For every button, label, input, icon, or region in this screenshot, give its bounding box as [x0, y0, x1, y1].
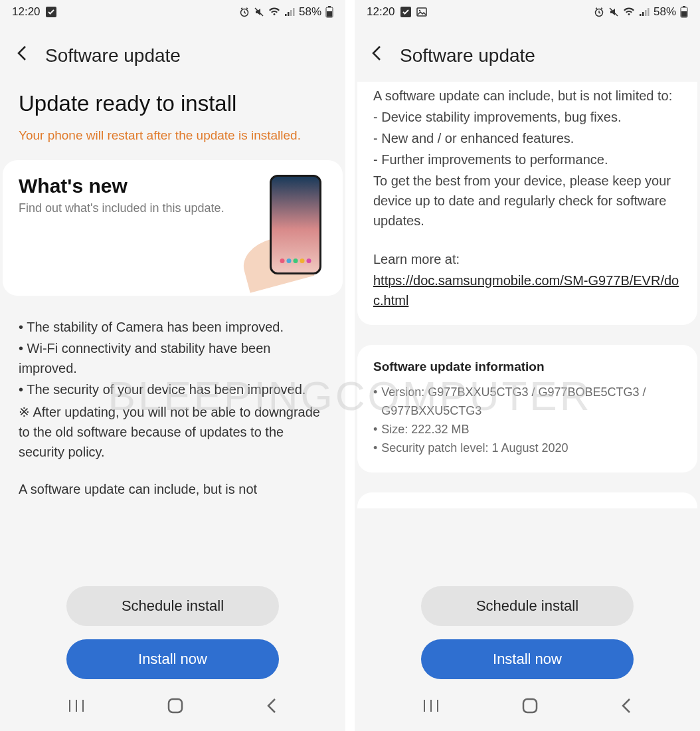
- svg-rect-3: [288, 12, 290, 16]
- svg-rect-27: [523, 699, 537, 712]
- button-area: Schedule install Install now: [0, 577, 345, 684]
- phone-illustration: [247, 175, 327, 281]
- svg-rect-22: [683, 6, 685, 7]
- page-title: Software update: [400, 45, 535, 66]
- whats-new-title: What's new: [19, 175, 239, 197]
- changelog-bullets: • The stability of Camera has been impro…: [0, 304, 345, 499]
- content-area: A software update can include, but is no…: [355, 79, 700, 577]
- signal-icon: [284, 7, 295, 17]
- install-now-button[interactable]: Install now: [66, 639, 279, 679]
- back-button[interactable]: [16, 44, 29, 67]
- svg-rect-18: [642, 12, 644, 16]
- nav-bar: [0, 684, 345, 731]
- nav-back-button[interactable]: [620, 697, 632, 718]
- bullet-wifi: • Wi-Fi connectivity and stability have …: [19, 338, 327, 378]
- svg-rect-12: [169, 699, 182, 712]
- page-title: Software update: [45, 45, 181, 66]
- mute-icon: [608, 7, 619, 17]
- svg-rect-8: [327, 11, 332, 17]
- svg-rect-17: [640, 14, 642, 16]
- continuing-text: A software update can include, but is no…: [19, 479, 327, 499]
- intro-text: A software update can include, but is no…: [373, 86, 681, 106]
- svg-rect-5: [293, 8, 295, 16]
- nav-back-button[interactable]: [266, 697, 278, 718]
- home-button[interactable]: [521, 697, 539, 718]
- recents-button[interactable]: [68, 698, 85, 717]
- item-stability: - Device stability improvements, bug fix…: [373, 107, 681, 127]
- restart-warning: Your phone will restart after the update…: [0, 122, 345, 160]
- learn-more-label: Learn more at:: [373, 249, 681, 269]
- whats-new-card[interactable]: What's new Find out what's included in t…: [3, 160, 343, 296]
- status-bar: 12:20 58%: [355, 0, 700, 24]
- status-bar: 12:20 58%: [0, 0, 345, 24]
- svg-rect-19: [645, 10, 647, 16]
- patch-value: 1 August 2020: [491, 441, 568, 455]
- info-title: Software update information: [373, 360, 681, 374]
- alarm-icon: [594, 7, 604, 17]
- item-features: - New and / or enhanced features.: [373, 128, 681, 148]
- bullet-camera: • The stability of Camera has been impro…: [19, 317, 327, 337]
- install-now-button[interactable]: Install now: [421, 639, 634, 679]
- info-list: •Version: G977BXXU5CTG3 / G977BOBE5CTG3 …: [373, 383, 681, 458]
- svg-rect-2: [285, 14, 287, 16]
- bullet-security: • The security of your device has been i…: [19, 379, 327, 399]
- wifi-icon: [268, 7, 280, 17]
- content-area: Update ready to install Your phone will …: [0, 79, 345, 577]
- battery-percent: 58%: [654, 5, 676, 19]
- alarm-icon: [239, 7, 250, 17]
- svg-rect-7: [328, 6, 331, 7]
- mute-icon: [254, 7, 264, 17]
- battery-icon: [325, 6, 333, 18]
- next-card-peek: [357, 492, 697, 508]
- update-info-card: Software update information •Version: G9…: [357, 345, 697, 472]
- version-label: Version:: [381, 385, 428, 399]
- learn-more-link[interactable]: https://doc.samsungmobile.com/SM-G977B/E…: [373, 273, 679, 308]
- description-card: A software update can include, but is no…: [357, 82, 697, 325]
- back-button[interactable]: [371, 44, 384, 67]
- size-value: 222.32 MB: [411, 423, 469, 436]
- svg-rect-14: [417, 8, 426, 16]
- svg-point-15: [418, 10, 420, 11]
- size-label: Size:: [381, 423, 411, 436]
- svg-rect-4: [290, 10, 292, 16]
- checkbox-icon: [46, 7, 56, 17]
- screen-2: 12:20 58% Software update A software upd…: [355, 0, 700, 731]
- status-time: 12:20: [367, 5, 395, 19]
- screen-1: 12:20 58% Software update Update ready t…: [0, 0, 345, 731]
- recents-button[interactable]: [422, 698, 440, 717]
- update-title: Update ready to install: [0, 79, 345, 122]
- item-performance: - Further improvements to performance.: [373, 150, 681, 169]
- downgrade-note: ※ After updating, you will not be able t…: [19, 402, 327, 462]
- home-button[interactable]: [167, 697, 184, 718]
- whats-new-subtitle: Find out what's included in this update.: [19, 200, 239, 216]
- svg-rect-23: [681, 11, 687, 17]
- nav-bar: [355, 684, 700, 731]
- battery-percent: 58%: [299, 5, 321, 19]
- outro-text: To get the best from your device, please…: [373, 171, 681, 231]
- patch-label: Security patch level:: [381, 441, 491, 455]
- status-time: 12:20: [12, 5, 41, 19]
- battery-icon: [680, 6, 688, 18]
- svg-rect-20: [648, 8, 650, 16]
- image-icon: [416, 7, 427, 17]
- schedule-install-button[interactable]: Schedule install: [421, 586, 634, 626]
- signal-icon: [639, 7, 650, 17]
- page-header: Software update: [0, 24, 345, 79]
- checkbox-icon: [400, 7, 411, 17]
- button-area: Schedule install Install now: [355, 577, 700, 684]
- page-header: Software update: [355, 24, 700, 79]
- schedule-install-button[interactable]: Schedule install: [66, 586, 279, 626]
- wifi-icon: [623, 7, 635, 17]
